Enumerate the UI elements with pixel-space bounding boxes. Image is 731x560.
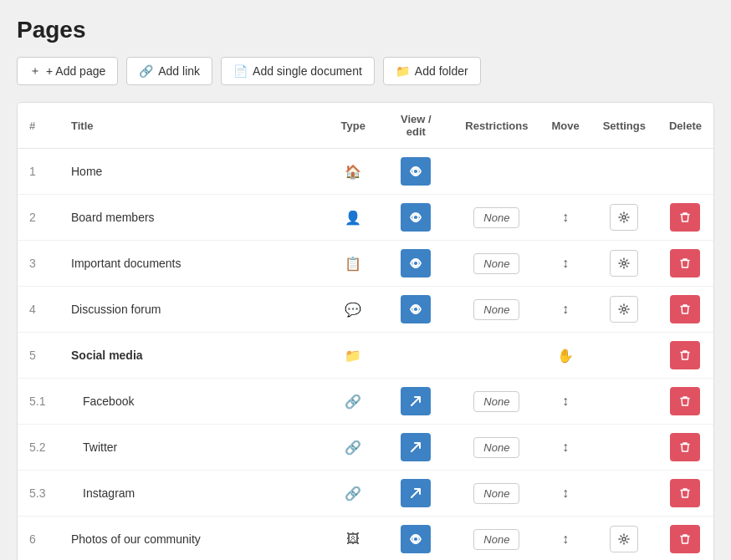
settings-button[interactable] — [610, 250, 638, 277]
add-page-button[interactable]: ＋ + Add page — [17, 57, 118, 85]
row-type-icon: 🔗 — [328, 379, 378, 425]
row-type-icon: 🖼 — [328, 517, 378, 561]
row-delete-cell — [657, 287, 713, 333]
view-edit-button[interactable] — [401, 479, 431, 507]
row-number: 1 — [18, 149, 59, 195]
restrictions-dropdown[interactable]: None — [473, 299, 519, 320]
add-folder-label: Add folder — [415, 64, 468, 78]
row-title: Photos of our community — [59, 517, 328, 561]
page-title: Pages — [17, 17, 714, 43]
row-move-cell: ↕ — [539, 517, 590, 561]
row-type-icon: 🔗 — [328, 471, 378, 517]
table-row: 5.1Facebook🔗None↕ — [18, 379, 713, 425]
restrictions-dropdown[interactable]: None — [473, 437, 519, 458]
row-view-button-cell — [378, 287, 453, 333]
row-settings-cell — [591, 241, 657, 287]
row-delete-cell — [657, 241, 713, 287]
settings-button[interactable] — [610, 204, 638, 231]
row-restrictions-cell: None — [453, 287, 539, 333]
add-page-label: + Add page — [46, 64, 105, 78]
row-type-icon: 🏠 — [328, 149, 378, 195]
move-arrows-icon[interactable]: ↕ — [562, 256, 569, 270]
row-view-button-cell — [378, 471, 453, 517]
delete-button[interactable] — [670, 387, 700, 415]
delete-button[interactable] — [670, 249, 700, 277]
row-move-cell: ↕ — [539, 471, 590, 517]
move-arrows-icon[interactable]: ↕ — [562, 302, 569, 316]
table-row: 5.3Instagram🔗None↕ — [18, 471, 713, 517]
move-arrows-icon[interactable]: ↕ — [562, 210, 569, 224]
view-edit-button[interactable] — [401, 433, 431, 461]
row-restrictions-cell — [453, 333, 539, 379]
settings-button[interactable] — [610, 296, 638, 323]
view-edit-button[interactable] — [401, 157, 431, 186]
delete-button[interactable] — [670, 295, 700, 323]
drag-handle-icon[interactable]: ✋ — [557, 349, 574, 363]
row-type-icon: 📋 — [328, 241, 378, 287]
delete-button[interactable] — [670, 203, 700, 232]
pages-table: # Title Type View / edit Restrictions Mo… — [18, 103, 713, 560]
row-number: 4 — [18, 287, 59, 333]
delete-button[interactable] — [670, 341, 700, 369]
delete-button[interactable] — [670, 525, 700, 553]
row-restrictions-cell: None — [453, 195, 539, 241]
delete-button[interactable] — [670, 479, 700, 507]
view-edit-button[interactable] — [401, 525, 431, 553]
col-header-view-edit: View / edit — [378, 103, 453, 149]
row-restrictions-cell: None — [453, 379, 539, 425]
move-arrows-icon[interactable]: ↕ — [562, 440, 569, 454]
row-view-button-cell — [378, 241, 453, 287]
view-edit-button[interactable] — [401, 203, 431, 232]
row-type-icon: 🔗 — [328, 425, 378, 471]
row-settings-cell — [591, 287, 657, 333]
restrictions-dropdown[interactable]: None — [473, 391, 519, 412]
move-arrows-icon[interactable]: ↕ — [562, 532, 569, 546]
row-move-cell: ↕ — [539, 425, 590, 471]
delete-button[interactable] — [670, 433, 700, 461]
col-header-type: Type — [328, 103, 378, 149]
restrictions-dropdown[interactable]: None — [473, 483, 519, 504]
row-restrictions-cell: None — [453, 425, 539, 471]
add-folder-button[interactable]: 📁 Add folder — [383, 57, 481, 85]
move-arrows-icon[interactable]: ↕ — [562, 486, 569, 500]
view-edit-button[interactable] — [401, 295, 431, 323]
table-row: 6Photos of our community🖼None↕ — [18, 517, 713, 561]
row-delete-cell — [657, 471, 713, 517]
settings-button[interactable] — [610, 526, 638, 552]
row-number: 5 — [18, 333, 59, 379]
row-restrictions-cell: None — [453, 241, 539, 287]
row-title: Twitter — [59, 425, 328, 471]
col-header-num: # — [18, 103, 59, 149]
svg-point-3 — [413, 261, 418, 266]
svg-point-8 — [622, 537, 626, 541]
row-view-button-cell — [378, 195, 453, 241]
move-arrows-icon[interactable]: ↕ — [562, 394, 569, 408]
row-delete-cell — [657, 379, 713, 425]
row-delete-cell — [657, 333, 713, 379]
row-number: 5.1 — [18, 379, 59, 425]
svg-point-7 — [413, 537, 418, 542]
row-number: 5.2 — [18, 425, 59, 471]
restrictions-dropdown[interactable]: None — [473, 207, 519, 228]
table-row: 4Discussion forum💬None↕ — [18, 287, 713, 333]
row-delete-cell — [657, 195, 713, 241]
add-document-button[interactable]: 📄 Add single document — [221, 57, 375, 85]
row-settings-cell — [591, 471, 657, 517]
add-document-label: Add single document — [253, 64, 362, 78]
row-type-icon: 💬 — [328, 287, 378, 333]
add-link-button[interactable]: 🔗 Add link — [126, 57, 212, 85]
row-move-cell: ✋ — [539, 333, 590, 379]
svg-point-4 — [622, 262, 626, 265]
row-delete-cell — [657, 149, 713, 195]
restrictions-dropdown[interactable]: None — [473, 529, 519, 550]
row-move-cell: ↕ — [539, 195, 590, 241]
view-edit-button[interactable] — [401, 249, 431, 277]
row-move-cell — [539, 149, 590, 195]
svg-point-2 — [622, 216, 626, 219]
restrictions-dropdown[interactable]: None — [473, 253, 519, 274]
view-edit-button[interactable] — [401, 387, 431, 415]
row-move-cell: ↕ — [539, 287, 590, 333]
col-header-restrictions: Restrictions — [453, 103, 539, 149]
row-title: Facebook — [59, 379, 328, 425]
row-title: Instagram — [59, 471, 328, 517]
